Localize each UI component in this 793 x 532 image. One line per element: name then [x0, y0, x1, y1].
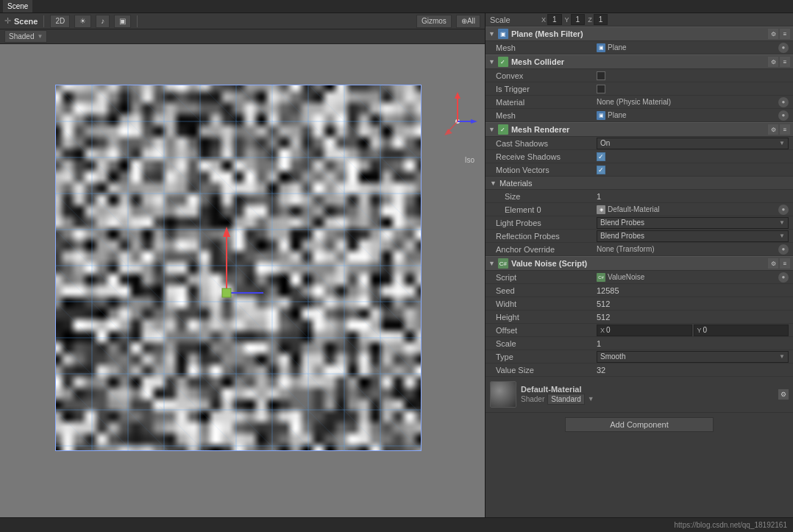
cast-shadows-arrow: ▼: [779, 140, 785, 146]
value-size-row: Value Size 32: [486, 363, 793, 377]
offset-value: X 0 Y 0: [597, 324, 789, 336]
effects-button[interactable]: ▣: [114, 15, 131, 28]
mesh-filter-mesh-dot[interactable]: ●: [778, 43, 789, 53]
mesh-filter-menu-btn[interactable]: ≡: [780, 29, 790, 39]
reflection-probes-dropdown[interactable]: Blend Probes ▼: [597, 230, 789, 242]
collider-mesh-dot[interactable]: ●: [778, 110, 789, 121]
mesh-collider-menu-btn[interactable]: ≡: [780, 57, 790, 67]
materials-size-value[interactable]: 1: [597, 192, 789, 201]
is-trigger-row: Is Trigger: [486, 82, 793, 96]
scene-toolbar: ✛ Scene 2D ☀ ♪ ▣ Gizmos ⊕All: [0, 13, 485, 29]
scale-y-field: Y 1: [565, 14, 586, 25]
scene-title: ✛ Scene: [4, 16, 38, 26]
material-thumbnail: [490, 381, 516, 408]
value-noise-settings-btn[interactable]: ⚙: [768, 258, 778, 269]
collider-mesh-icon: ▣: [597, 111, 605, 120]
width-label: Widht: [490, 299, 597, 308]
receive-shadows-row: Receive Shadows: [486, 150, 793, 163]
convex-checkbox[interactable]: [597, 71, 605, 80]
mesh-filter-settings-btn[interactable]: ⚙: [768, 29, 778, 39]
height-value[interactable]: 512: [597, 313, 789, 322]
mesh-renderer-menu-btn[interactable]: ≡: [780, 124, 790, 135]
is-trigger-value: [597, 85, 789, 93]
script-icon: C#: [597, 273, 605, 282]
element0-ref: ◈ Default-Material ●: [597, 205, 789, 215]
add-component-row: Add Component: [486, 413, 793, 436]
receive-shadows-label: Receive Shadows: [490, 152, 597, 161]
collider-material-dot[interactable]: ●: [778, 97, 789, 107]
convex-row: Convex: [486, 69, 793, 82]
value-noise-header[interactable]: ▼ C# Value Noise (Script) ⚙ ≡: [486, 256, 793, 271]
offset-label: Offset: [490, 326, 597, 335]
svg-marker-45: [455, 92, 460, 99]
scene-viewport[interactable]: Iso: [0, 44, 485, 517]
element0-value: ◈ Default-Material ●: [597, 205, 789, 215]
element0-label: Element 0: [490, 205, 597, 214]
collider-mesh-name: Plane: [608, 111, 627, 119]
mesh-renderer-btns: ⚙ ≡: [768, 124, 790, 135]
collider-mesh-value: ▣ Plane ●: [597, 110, 789, 121]
materials-section[interactable]: ▼ Materials: [486, 177, 793, 190]
collider-material-ref: None (Physic Material) ●: [597, 97, 789, 107]
mesh-renderer-settings-btn[interactable]: ⚙: [768, 124, 778, 135]
collider-mesh-row: Mesh ▣ Plane ●: [486, 109, 793, 122]
all-button[interactable]: ⊕All: [456, 15, 480, 28]
scale-y-value[interactable]: 1: [571, 14, 586, 25]
script-name: ValueNoise: [608, 273, 644, 281]
material-settings-btn[interactable]: ⚙: [778, 389, 789, 400]
scale-label: Scale: [490, 15, 541, 24]
toolbar-sep-2: [137, 15, 138, 27]
light-probes-value: Blend Probes ▼: [597, 217, 789, 229]
gizmos-button[interactable]: Gizmos: [416, 15, 452, 28]
mesh-renderer-header[interactable]: ▼ ✓ Mesh Renderer ⚙ ≡: [486, 122, 793, 137]
receive-shadows-checkbox[interactable]: [597, 152, 605, 161]
mesh-collider-header[interactable]: ▼ ✓ Mesh Collider ⚙ ≡: [486, 54, 793, 69]
reflection-probes-label: Reflection Probes: [490, 232, 597, 241]
mesh-filter-mesh-label: Mesh: [490, 43, 597, 52]
receive-shadows-value: [597, 152, 789, 161]
offset-x-label: X: [600, 327, 605, 334]
mesh-filter-mesh-name: Plane: [608, 43, 627, 52]
scene-tab[interactable]: Scene: [3, 0, 32, 13]
anchor-override-dot[interactable]: ●: [778, 244, 789, 255]
scale-row: Scale X 1 Y 1 Z 1: [486, 13, 793, 26]
type-dropdown[interactable]: Smooth ▼: [597, 351, 789, 363]
mesh-filter-arrow: ▼: [488, 30, 495, 38]
mesh-filter-icon: ▣: [498, 29, 508, 39]
seed-value[interactable]: 12585: [597, 286, 789, 295]
scale-z-field: Z 1: [588, 14, 608, 25]
mesh-icon: ▣: [597, 43, 605, 52]
vn-scale-label: Scale: [490, 339, 597, 348]
vn-scale-value[interactable]: 1: [597, 339, 789, 348]
motion-vectors-checkbox[interactable]: [597, 166, 605, 174]
offset-x-field[interactable]: X 0: [597, 324, 692, 336]
scale-x-value[interactable]: 1: [547, 14, 562, 25]
audio-button[interactable]: ♪: [96, 15, 110, 28]
offset-y-field[interactable]: Y 0: [694, 324, 789, 336]
width-value[interactable]: 512: [597, 299, 789, 308]
shaded-dropdown[interactable]: Shaded ▼: [4, 30, 47, 43]
lighting-button[interactable]: ☀: [74, 15, 91, 28]
axis-widget: [437, 88, 477, 155]
mesh-filter-mesh-ref: ▣ Plane ●: [597, 43, 789, 53]
offset-y-label: Y: [697, 327, 702, 334]
2d-button[interactable]: 2D: [50, 15, 70, 28]
light-probes-dropdown[interactable]: Blend Probes ▼: [597, 217, 789, 229]
cast-shadows-dropdown[interactable]: On ▼: [597, 138, 789, 149]
value-size-value[interactable]: 32: [597, 366, 789, 375]
mesh-collider-settings-btn[interactable]: ⚙: [768, 57, 778, 67]
plane-mesh-filter-header[interactable]: ▼ ▣ Plane (Mesh Filter) ⚙ ≡: [486, 26, 793, 41]
motion-vectors-label: Motion Vectors: [490, 166, 597, 174]
value-noise-arrow: ▼: [488, 260, 495, 267]
element0-dot[interactable]: ●: [778, 205, 789, 215]
shader-value[interactable]: Standard: [547, 394, 585, 405]
offset-xy: X 0 Y 0: [597, 324, 789, 336]
scale-z-axis: Z: [588, 16, 592, 24]
add-component-button[interactable]: Add Component: [565, 417, 714, 432]
value-noise-menu-btn[interactable]: ≡: [780, 258, 790, 269]
is-trigger-checkbox[interactable]: [597, 85, 605, 93]
scale-z-value[interactable]: 1: [594, 14, 608, 25]
scale-xyz: X 1 Y 1 Z 1: [541, 14, 789, 25]
scene-toolbar-row2: Shaded ▼: [0, 29, 485, 44]
script-dot[interactable]: ●: [778, 272, 789, 283]
